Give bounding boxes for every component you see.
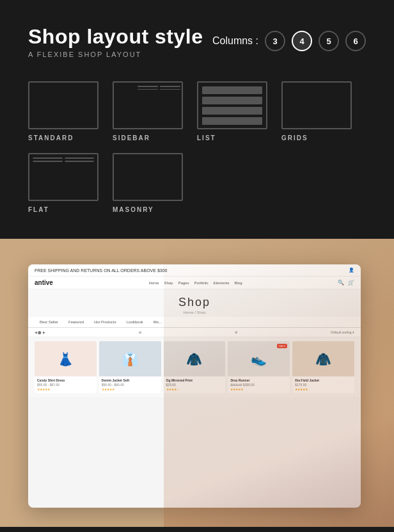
layout-sidebar-thumb bbox=[113, 81, 183, 129]
columns-selector: Columns : 3 4 5 6 bbox=[212, 31, 366, 51]
product-5-name: Dia Field Jacket bbox=[295, 378, 352, 382]
tab-featured[interactable]: Featured bbox=[63, 317, 89, 327]
mockup-tabs: Best Seller Featured Hot Products Lookbo… bbox=[28, 317, 361, 328]
mockup-toolbar: ◀ ⬤ ▶ ⊞ ⚙ Default sorting ▾ bbox=[28, 328, 361, 337]
product-1-price: $55.00 - $67.00 bbox=[37, 383, 94, 387]
layout-flat-thumb bbox=[28, 153, 98, 201]
product-3[interactable]: 🧥 Og Mirrored Print $25.00 ★★★★☆ bbox=[164, 341, 226, 393]
toolbar-pagination: ◀ ⬤ ▶ bbox=[35, 330, 45, 334]
product-4-price: $600.00 $300.00 bbox=[230, 383, 287, 387]
product-4-new-price: $300.00 bbox=[243, 383, 255, 387]
layout-flat-label: FLAT bbox=[28, 206, 49, 213]
layout-standard-label: STANDARD bbox=[28, 134, 74, 141]
column-4-button[interactable]: 4 bbox=[292, 31, 312, 51]
layout-list-label: LIST bbox=[197, 134, 216, 141]
product-2-stars: ★★★★★ bbox=[102, 387, 159, 391]
layout-grids[interactable]: GRIDS bbox=[281, 81, 352, 141]
column-3-button[interactable]: 3 bbox=[265, 31, 285, 51]
layout-standard[interactable]: STANDARD bbox=[28, 81, 98, 141]
toolbar-grid-toggle[interactable]: ⊞ bbox=[139, 330, 141, 334]
nav-link-blog[interactable]: Blog bbox=[234, 281, 242, 285]
mockup-topbar: FREE SHIPPING AND RETURNS ON ALL ORDERS … bbox=[28, 264, 361, 277]
layout-grids-label: GRIDS bbox=[281, 134, 308, 141]
toolbar-filter[interactable]: ⚙ bbox=[235, 330, 237, 334]
product-2[interactable]: 👔 Denim Jacket Soft $55.00 - $60.00 ★★★★… bbox=[99, 341, 161, 393]
product-5-stars: ★★★★★ bbox=[295, 387, 352, 391]
thumb-cell bbox=[160, 89, 180, 90]
mockup-nav-links: Home Shop Pages Portfolio Elements Blog bbox=[148, 281, 242, 285]
thumb-cell bbox=[138, 86, 158, 87]
layout-sidebar-label: SIDEBAR bbox=[113, 134, 150, 141]
product-2-price: $55.00 - $60.00 bbox=[102, 383, 159, 387]
layout-masonry[interactable]: MASONRY bbox=[113, 153, 183, 213]
product-5[interactable]: 🧥 Dia Field Jacket $175.00 ★★★★★ bbox=[292, 341, 354, 393]
layout-sidebar[interactable]: SIDEBAR bbox=[113, 81, 183, 141]
title-area: Shop layout style A FLEXIBE SHOP LAYOUT bbox=[28, 26, 203, 58]
product-1-image: 👗 bbox=[35, 341, 97, 376]
tab-best-seller[interactable]: Best Seller bbox=[35, 317, 63, 327]
product-4-old-price: $600.00 bbox=[230, 383, 242, 387]
product-1[interactable]: 👗 Candy Shirt Dress $55.00 - $67.00 ★★★★… bbox=[35, 341, 97, 393]
nav-link-pages[interactable]: Pages bbox=[178, 281, 189, 285]
cart-icon[interactable]: 🛒 bbox=[348, 280, 354, 286]
columns-label: Columns : bbox=[212, 35, 258, 47]
thumb-cell bbox=[160, 86, 180, 87]
product-5-image: 🧥 bbox=[292, 341, 354, 376]
page-subtitle: A FLEXIBE SHOP LAYOUT bbox=[28, 51, 203, 58]
product-1-name: Candy Shirt Dress bbox=[37, 378, 94, 382]
layouts-grid: STANDARD SI bbox=[28, 81, 366, 213]
column-6-button[interactable]: 6 bbox=[345, 31, 366, 51]
product-2-image: 👔 bbox=[99, 341, 161, 376]
top-section: Shop layout style A FLEXIBE SHOP LAYOUT … bbox=[0, 0, 394, 239]
product-4-name: Dras Runner bbox=[230, 378, 287, 382]
layout-list-thumb bbox=[197, 81, 267, 129]
thumb-row bbox=[202, 107, 262, 115]
shop-mockup: FREE SHIPPING AND RETURNS ON ALL ORDERS … bbox=[28, 264, 361, 508]
thumb-cell bbox=[65, 161, 95, 162]
layout-masonry-label: MASONRY bbox=[113, 206, 154, 213]
topbar-text: FREE SHIPPING AND RETURNS ON ALL ORDERS … bbox=[35, 268, 167, 273]
thumb-row bbox=[202, 117, 262, 125]
toolbar-sort[interactable]: Default sorting ▾ bbox=[331, 330, 354, 334]
mockup-logo: antive bbox=[35, 279, 53, 286]
nav-link-home[interactable]: Home bbox=[148, 281, 159, 285]
product-4[interactable]: SALE 👟 Dras Runner $600.00 $300.00 ★★★★★ bbox=[228, 341, 290, 393]
layout-flat[interactable]: FLAT bbox=[28, 153, 98, 213]
mockup-products: 👗 Candy Shirt Dress $55.00 - $67.00 ★★★★… bbox=[28, 337, 361, 397]
thumb-row bbox=[202, 97, 262, 104]
thumb-row bbox=[202, 86, 262, 94]
product-3-price: $25.00 bbox=[166, 383, 223, 387]
product-3-info: Og Mirrored Print $25.00 ★★★★☆ bbox=[164, 376, 226, 393]
product-5-info: Dia Field Jacket $175.00 ★★★★★ bbox=[292, 376, 354, 393]
product-3-stars: ★★★★☆ bbox=[166, 387, 223, 391]
layout-masonry-thumb bbox=[113, 153, 183, 201]
product-3-name: Og Mirrored Print bbox=[166, 378, 223, 382]
shop-page-title: Shop bbox=[28, 296, 361, 309]
sale-badge: SALE bbox=[277, 344, 287, 348]
product-2-name: Denim Jacket Soft bbox=[102, 378, 159, 382]
mockup-hero: Shop Home / Shop bbox=[28, 289, 361, 317]
layout-standard-thumb bbox=[28, 81, 98, 129]
tab-hot-products[interactable]: Hot Products bbox=[89, 317, 122, 327]
shop-breadcrumb: Home / Shop bbox=[28, 310, 361, 314]
tab-more[interactable]: Mo... bbox=[148, 317, 167, 327]
product-1-info: Candy Shirt Dress $55.00 - $67.00 ★★★★★ bbox=[35, 376, 97, 393]
nav-link-portfolio[interactable]: Portfolio bbox=[194, 281, 208, 285]
mockup-nav-icons: 🔍 🛒 bbox=[338, 280, 354, 286]
product-2-info: Denim Jacket Soft $55.00 - $60.00 ★★★★★ bbox=[99, 376, 161, 393]
nav-link-shop[interactable]: Shop bbox=[164, 281, 173, 285]
column-5-button[interactable]: 5 bbox=[319, 31, 339, 51]
search-icon[interactable]: 🔍 bbox=[338, 280, 344, 286]
tab-lookbook[interactable]: Lookbook bbox=[122, 317, 148, 327]
topbar-icon: 👤 bbox=[349, 268, 354, 273]
thumb-cell bbox=[138, 89, 158, 90]
thumb-cell bbox=[65, 157, 95, 159]
product-3-image: 🧥 bbox=[164, 341, 226, 376]
page-title: Shop layout style bbox=[28, 26, 203, 48]
thumb-cell bbox=[33, 161, 63, 162]
product-1-stars: ★★★★★ bbox=[37, 387, 94, 391]
nav-link-elements[interactable]: Elements bbox=[213, 281, 229, 285]
bottom-section: FREE SHIPPING AND RETURNS ON ALL ORDERS … bbox=[0, 239, 394, 527]
layout-list[interactable]: LIST bbox=[197, 81, 267, 141]
product-4-stars: ★★★★★ bbox=[230, 387, 287, 391]
